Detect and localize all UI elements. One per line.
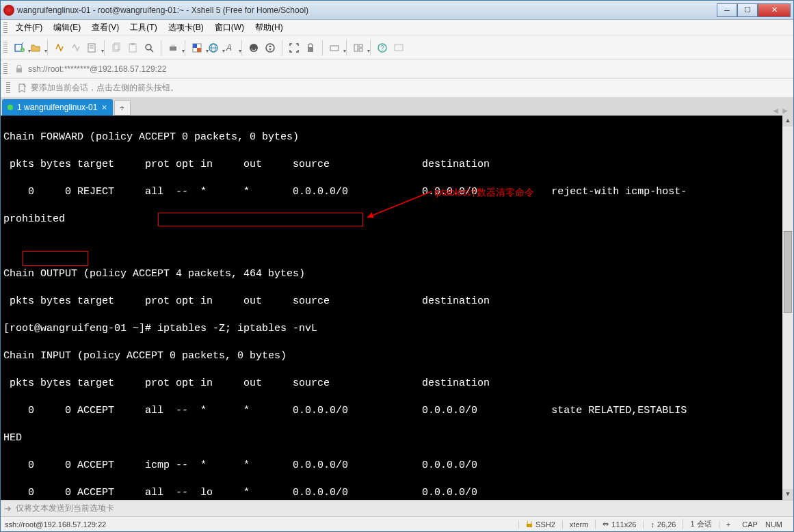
properties-button[interactable] — [85, 40, 100, 55]
new-session-button[interactable]: + — [12, 40, 27, 55]
keyboard-button[interactable] — [327, 40, 342, 55]
find-button[interactable] — [142, 40, 157, 55]
tab-add-button[interactable]: + — [114, 101, 131, 116]
menu-view[interactable]: 查看(V) — [86, 21, 124, 35]
svg-rect-27 — [354, 44, 358, 51]
scroll-down-button[interactable]: ▼ — [782, 489, 793, 500]
tab-close-button[interactable]: × — [101, 102, 107, 113]
xagent-button[interactable] — [246, 40, 261, 55]
open-button[interactable] — [28, 40, 43, 55]
address-bar: ssh://root:********@192.168.57.129:22 — [1, 59, 793, 79]
terminal-line: pkts bytes target prot opt in out source… — [3, 377, 791, 390]
layout-button[interactable] — [351, 40, 366, 55]
tab-prev-button[interactable]: ◄ — [771, 106, 780, 116]
maximize-button[interactable]: ☐ — [737, 3, 758, 17]
size-icon: ⇔ — [603, 520, 609, 529]
lock-button[interactable] — [303, 40, 318, 55]
status-size: ⇔ 111x26 — [595, 520, 643, 529]
scroll-thumb[interactable] — [784, 231, 792, 313]
svg-rect-29 — [359, 49, 362, 51]
tab-session-1[interactable]: 1 wangruifenglinux-01 × — [2, 99, 113, 116]
terminal-line: 0 0 ACCEPT icmp -- * * 0.0.0.0/0 0.0.0.0… — [3, 459, 791, 473]
svg-text:?: ? — [380, 44, 384, 52]
reconnect-button[interactable] — [52, 40, 67, 55]
tab-bar: 1 wangruifenglinux-01 × + ◄ ► — [1, 98, 793, 116]
disconnect-button[interactable] — [68, 40, 83, 55]
svg-rect-33 — [16, 68, 22, 72]
tab-label: 1 wangruifenglinux-01 — [17, 103, 97, 112]
terminal-line: 0 0 ACCEPT all -- * * 0.0.0.0/0 0.0.0.0/… — [3, 404, 791, 418]
terminal-line: Chain OUTPUT (policy ACCEPT 4 packets, 4… — [3, 267, 791, 281]
bookmark-icon[interactable] — [17, 83, 27, 93]
tab-next-button[interactable]: ► — [781, 106, 789, 116]
terminal-line: Chain FORWARD (policy ACCEPT 0 packets, … — [3, 131, 791, 144]
svg-text:+: + — [21, 48, 24, 53]
print-button[interactable] — [166, 40, 181, 55]
status-ssh: SSH2 — [518, 520, 562, 529]
svg-rect-16 — [193, 44, 197, 48]
status-dot-icon — [8, 105, 13, 110]
annotation-text: iptables计数器清零命令 — [434, 185, 534, 199]
tip-bar: 要添加当前会话，点击左侧的箭头按钮。 — [1, 79, 793, 98]
menu-help[interactable]: 帮助(H) — [250, 21, 289, 35]
svg-rect-25 — [330, 46, 339, 51]
close-button[interactable]: ✕ — [758, 3, 791, 17]
svg-text:A: A — [226, 43, 232, 53]
paste-button[interactable] — [125, 40, 140, 55]
lock-icon — [526, 521, 533, 528]
menu-tab[interactable]: 选项卡(B) — [163, 21, 209, 35]
language-button[interactable] — [206, 40, 221, 55]
fullscreen-button[interactable] — [287, 40, 302, 55]
window-title: wangruifenglinux-01 - root@wangruifeng-0… — [17, 5, 717, 15]
menu-tools[interactable]: 工具(T) — [124, 21, 162, 35]
terminal-line: Chain INPUT (policy ACCEPT 0 packets, 0 … — [3, 349, 791, 363]
tip-text: 要添加当前会话，点击左侧的箭头按钮。 — [31, 82, 178, 94]
xftp-button[interactable] — [263, 40, 278, 55]
svg-rect-24 — [308, 47, 313, 52]
help-button[interactable]: ? — [375, 40, 390, 55]
menu-window[interactable]: 窗口(W) — [209, 21, 250, 35]
svg-rect-35 — [527, 524, 532, 527]
terminal[interactable]: Chain FORWARD (policy ACCEPT 0 packets, … — [1, 116, 793, 500]
terminal-line: prohibited — [3, 213, 791, 226]
svg-point-23 — [266, 44, 274, 52]
svg-point-11 — [146, 44, 151, 50]
annotation-box-counters — [23, 251, 88, 266]
grip-icon — [3, 42, 8, 54]
toolbar: + A ? — [1, 36, 793, 59]
terminal-line — [3, 240, 791, 254]
send-text-placeholder: 仅将文本发送到当前选项卡 — [16, 503, 114, 514]
color-scheme-button[interactable] — [189, 40, 204, 55]
status-connection: ssh://root@192.168.57.129:22 — [5, 520, 518, 529]
send-icon — [3, 504, 13, 514]
grip-icon — [6, 82, 10, 94]
menu-edit[interactable]: 编辑(E) — [48, 21, 86, 35]
menu-file[interactable]: 文件(F) — [10, 21, 48, 35]
svg-rect-17 — [197, 48, 201, 52]
svg-rect-10 — [131, 43, 135, 45]
terminal-line: [root@wangruifeng-01 ~]# iptables -Z; ip… — [3, 322, 791, 336]
terminal-line: pkts bytes target prot opt in out source… — [3, 295, 791, 308]
pos-icon: ↕ — [650, 520, 654, 529]
status-term: xterm — [562, 520, 596, 529]
status-sessions: 1 会话 — [683, 519, 718, 529]
send-text-bar[interactable]: 仅将文本发送到当前选项卡 — [1, 500, 793, 516]
svg-line-12 — [150, 49, 153, 52]
terminal-scrollbar[interactable]: ▲ ▼ — [782, 116, 793, 500]
about-button[interactable] — [391, 40, 406, 55]
terminal-line: pkts bytes target prot opt in out source… — [3, 158, 791, 172]
plus-icon: + — [726, 520, 730, 529]
menubar: 文件(F) 编辑(E) 查看(V) 工具(T) 选项卡(B) 窗口(W) 帮助(… — [1, 20, 793, 36]
svg-rect-13 — [170, 46, 176, 51]
titlebar: wangruifenglinux-01 - root@wangruifeng-0… — [1, 1, 793, 20]
address-text[interactable]: ssh://root:********@192.168.57.129:22 — [28, 64, 166, 74]
svg-rect-28 — [359, 44, 362, 47]
terminal-line: 0 0 REJECT all -- * * 0.0.0.0/0 0.0.0.0/… — [3, 185, 791, 199]
minimize-button[interactable]: ─ — [717, 3, 737, 17]
grip-icon — [3, 63, 8, 75]
font-button[interactable]: A — [222, 40, 237, 55]
tab-nav: ◄ ► — [771, 106, 792, 116]
scroll-up-button[interactable]: ▲ — [782, 116, 793, 127]
svg-rect-14 — [171, 44, 175, 46]
copy-button[interactable] — [109, 40, 124, 55]
